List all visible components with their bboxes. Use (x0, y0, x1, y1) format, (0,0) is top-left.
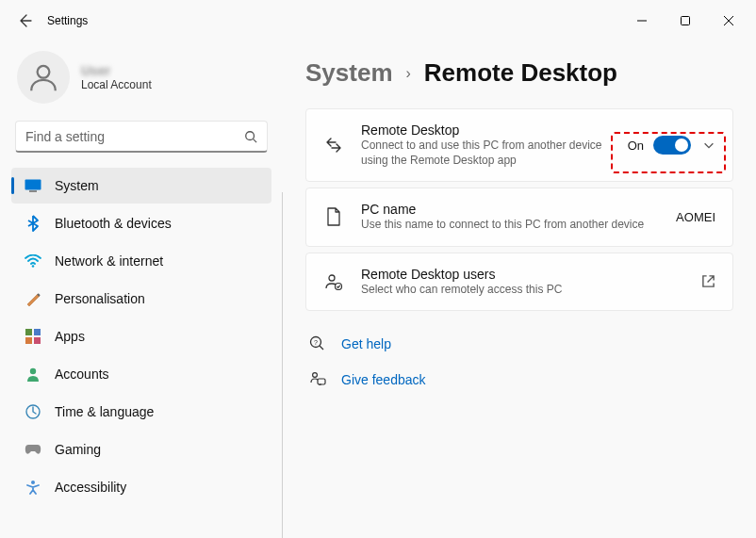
nav-label: Network & internet (55, 253, 163, 269)
sidebar-item-personalisation[interactable]: Personalisation (11, 281, 271, 317)
remote-toggle[interactable] (653, 136, 691, 155)
card-sub: Connect to and use this PC from another … (361, 138, 611, 168)
card-remote-users[interactable]: Remote Desktop users Select who can remo… (305, 253, 733, 311)
open-external-icon (701, 274, 715, 288)
nav-label: Personalisation (55, 291, 145, 306)
user-block[interactable]: User Local Account (9, 41, 273, 121)
accounts-icon (25, 366, 41, 383)
link-label: Get help (341, 336, 391, 351)
svg-point-12 (31, 481, 35, 484)
sidebar-divider (282, 192, 283, 538)
apps-icon (25, 328, 41, 345)
sidebar-item-accessibility[interactable]: Accessibility (11, 469, 271, 505)
card-sub: Use this name to connect to this PC from… (361, 217, 659, 232)
nav-label: Accounts (55, 367, 109, 382)
close-button[interactable] (707, 7, 750, 35)
nav-label: Time & language (55, 404, 154, 419)
svg-point-2 (246, 131, 255, 139)
sidebar-item-gaming[interactable]: Gaming (11, 432, 271, 467)
minimize-button[interactable] (620, 7, 664, 35)
svg-rect-3 (25, 180, 41, 190)
search-box[interactable] (15, 121, 268, 153)
nav-label: System (55, 178, 99, 193)
maximize-icon (681, 16, 690, 25)
svg-rect-9 (34, 337, 41, 344)
search-input[interactable] (25, 129, 244, 144)
svg-rect-7 (34, 329, 41, 335)
clock-globe-icon (25, 403, 41, 420)
bluetooth-icon (25, 215, 41, 232)
sidebar-item-bluetooth[interactable]: Bluetooth & devices (11, 205, 271, 241)
system-icon (25, 177, 41, 194)
paintbrush-icon (25, 290, 41, 307)
sidebar-item-network[interactable]: Network & internet (11, 243, 271, 279)
close-icon (724, 16, 733, 25)
nav-label: Gaming (55, 442, 101, 457)
svg-text:?: ? (314, 339, 318, 346)
search-icon (244, 130, 257, 143)
remote-toggle-wrap: On (628, 136, 691, 155)
svg-rect-8 (25, 337, 32, 344)
toggle-label: On (628, 139, 644, 153)
accessibility-icon (25, 479, 41, 496)
main-content: System › Remote Desktop Remote Desktop C… (283, 41, 756, 538)
minimize-icon (637, 16, 647, 25)
maximize-button[interactable] (664, 7, 707, 35)
gaming-icon (25, 441, 41, 458)
sidebar: User Local Account System Bluetooth & de… (0, 41, 283, 538)
card-pc-name[interactable]: PC name Use this name to connect to this… (305, 187, 733, 246)
card-title: Remote Desktop (361, 122, 611, 138)
breadcrumb-parent[interactable]: System (305, 58, 393, 88)
svg-point-13 (329, 275, 335, 281)
nav-label: Apps (55, 329, 85, 344)
sidebar-item-system[interactable]: System (11, 168, 271, 204)
window-title: Settings (47, 14, 88, 27)
card-title: Remote Desktop users (361, 267, 684, 282)
remote-icon (323, 136, 344, 155)
sidebar-item-time[interactable]: Time & language (11, 394, 271, 430)
svg-rect-6 (25, 329, 32, 335)
chevron-down-icon[interactable] (702, 139, 715, 152)
svg-rect-18 (318, 379, 325, 384)
chevron-right-icon: › (406, 65, 411, 82)
svg-point-1 (38, 66, 50, 78)
arrow-left-icon (17, 13, 32, 28)
card-remote-desktop[interactable]: Remote Desktop Connect to and use this P… (305, 108, 733, 182)
users-icon (323, 273, 344, 290)
sidebar-item-accounts[interactable]: Accounts (11, 356, 271, 392)
svg-rect-0 (682, 17, 690, 25)
svg-point-17 (313, 372, 318, 377)
feedback-icon (309, 371, 326, 388)
give-feedback-link[interactable]: Give feedback (305, 366, 733, 394)
nav-list: System Bluetooth & devices Network & int… (9, 166, 273, 516)
avatar (17, 51, 70, 104)
nav-label: Bluetooth & devices (55, 216, 172, 231)
back-button[interactable] (6, 4, 43, 38)
user-name: User (81, 63, 152, 78)
nav-label: Accessibility (55, 480, 126, 495)
wifi-icon (25, 253, 41, 269)
sidebar-item-apps[interactable]: Apps (11, 318, 271, 354)
help-icon: ? (309, 335, 326, 352)
document-icon (323, 207, 344, 226)
get-help-link[interactable]: ? Get help (305, 330, 733, 358)
card-sub: Select who can remotely access this PC (361, 282, 684, 297)
user-sub: Local Account (81, 78, 152, 91)
titlebar: Settings (0, 0, 756, 41)
link-label: Give feedback (341, 372, 426, 387)
svg-point-10 (30, 368, 36, 374)
card-title: PC name (361, 202, 659, 217)
svg-point-5 (32, 265, 35, 268)
svg-rect-4 (29, 190, 37, 192)
person-icon (27, 61, 59, 93)
pc-name-value: AOMEI (676, 210, 715, 224)
breadcrumb-current: Remote Desktop (424, 58, 617, 88)
breadcrumb: System › Remote Desktop (305, 58, 733, 88)
